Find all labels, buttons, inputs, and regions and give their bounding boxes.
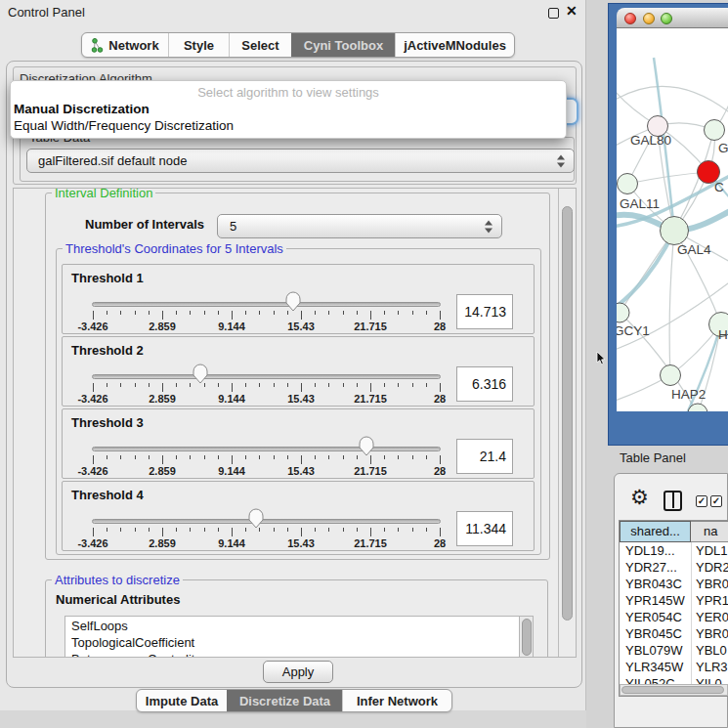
slider-tick [232,311,233,320]
attribute-list-item[interactable]: SelfLoops [71,619,128,633]
tab-select[interactable]: Select [229,33,291,57]
slider-tick [328,528,329,532]
table-row-cell-name[interactable]: YER0 [696,609,728,625]
table-row-cell-name[interactable]: YIL0 [696,675,722,684]
table-row-cell-shared-name[interactable]: YBR043C [625,576,682,592]
tab-label: Style [184,38,214,53]
network-node-ga[interactable] [705,120,725,141]
slider-thumb[interactable] [193,364,208,388]
column-header-name[interactable]: na [691,521,728,542]
network-node-gal4[interactable] [661,217,689,245]
network-edge[interactable] [669,231,674,375]
control-panel-tabbar: NetworkStyleSelectCyni ToolboxjActiveMNo… [81,32,515,58]
threshold-value-field[interactable]: 6.316 [456,366,513,402]
slider-tick-label: 9.144 [218,321,245,332]
slider-track[interactable] [92,374,441,379]
table-row-cell-shared-name[interactable]: YDR27... [625,559,677,576]
minimize-traffic-light[interactable] [643,13,655,24]
tab-cyni-toolbox[interactable]: Cyni Toolbox [291,33,395,57]
slider-thumb[interactable] [248,508,264,533]
tab-network[interactable]: Network [82,33,168,57]
slider-tick [328,455,329,459]
slider-tick [357,383,358,387]
slider-tick [287,455,288,459]
table-row-cell-shared-name[interactable]: YBR045C [625,625,682,642]
tab-impute-data[interactable]: Impute Data [137,690,227,711]
tab-jactivemnodules[interactable]: jActiveMNodules [395,33,514,57]
threshold-value-field[interactable]: 14.713 [456,294,513,329]
checked-checkbox-icon[interactable]: ✓ [696,495,707,507]
network-node-label: H [718,327,728,342]
slider-tick [176,455,177,459]
algorithm-option-manual[interactable]: Manual Discretization [14,102,150,116]
slider-track[interactable] [92,447,441,451]
slider-tick [398,383,399,387]
close-icon[interactable]: ✕ [566,3,578,19]
slider-tick [93,455,94,464]
slider-tick-label: 2.859 [149,537,176,549]
scrollbar-thumb[interactable] [562,206,573,621]
scrollbar-thumb[interactable] [522,619,532,656]
slider-tick [398,455,399,459]
table-horizontal-scrollbar[interactable] [620,684,728,696]
attributes-list-scrollbar[interactable] [519,616,534,658]
network-canvas[interactable]: GAL80GACGAL11GAL4GCY1HHAP2 [617,28,728,411]
slider-track[interactable] [92,519,441,524]
table-row-cell-shared-name[interactable]: YPR145W [625,592,685,609]
table-row-cell-name[interactable]: YBR0 [696,625,728,642]
table-row-cell-name[interactable]: YDL1 [696,542,728,559]
network-window-titlebar[interactable] [617,8,728,28]
slider-track[interactable] [92,302,441,307]
table-row-cell-name[interactable]: YLR3 [696,659,728,675]
slider-tick [93,528,94,536]
slider-thumb[interactable] [285,291,301,316]
apply-button[interactable]: Apply [263,661,333,683]
slider-thumb[interactable] [359,436,374,460]
slider-tick [149,528,150,532]
gear-icon[interactable]: ⚙ [630,487,649,508]
table-row-cell-shared-name[interactable]: YBL079W [625,642,683,659]
slider-tick [120,455,121,459]
threshold-value-field[interactable]: 21.4 [456,439,513,474]
table-row-cell-name[interactable]: YBR0 [696,576,728,592]
network-node-gal11[interactable] [618,174,638,194]
network-node-hap2[interactable] [661,365,681,386]
table-row-cell-name[interactable]: YBL0 [696,642,727,659]
threshold-label: Threshold 1 [71,271,144,285]
table-row-cell-shared-name[interactable]: YIL052C [625,675,675,684]
algorithm-option-equal-width[interactable]: Equal Width/Frequency Discretization [14,118,234,133]
float-window-icon[interactable] [548,8,559,19]
scrollbar-thumb[interactable] [621,686,724,694]
tab-label: jActiveMNodules [404,38,506,53]
zoom-traffic-light[interactable] [661,13,672,24]
table-row-cell-name[interactable]: YDR2 [696,559,728,576]
slider-tick [370,311,371,320]
table-data-combo[interactable]: galFiltered.sif default node [26,149,575,173]
column-header-shared-name[interactable]: shared... [620,521,691,542]
attribute-list-item[interactable]: BetweennessCentrality [71,652,201,658]
table-row-cell-name[interactable]: YPR1 [696,592,728,609]
tab-discretize-data[interactable]: Discretize Data [227,690,342,711]
table-row-cell-shared-name[interactable]: YER054C [625,609,682,625]
tab-infer-network[interactable]: Infer Network [342,690,451,711]
tab-style[interactable]: Style [168,33,229,57]
checked-checkbox-icon[interactable]: ✓ [710,495,722,507]
threshold-row: Threshold 4-3.4262.8599.14415.4321.71528… [62,481,535,551]
attribute-list-item[interactable]: TopologicalCoefficient [71,635,194,650]
settings-vertical-scrollbar[interactable] [558,189,577,658]
slider-tick [190,528,191,532]
close-traffic-light[interactable] [624,13,636,24]
slider-tick-label: -3.426 [77,393,107,405]
tab-label: Infer Network [357,694,438,708]
network-edge[interactable] [617,86,728,114]
split-columns-icon[interactable] [664,491,682,511]
slider-tick [135,311,136,315]
network-graph-icon [91,38,104,53]
table-row-cell-shared-name[interactable]: YDL19... [625,542,675,559]
threshold-value-field[interactable]: 11.344 [456,511,513,546]
number-of-intervals-combo[interactable]: 5 [217,214,502,238]
slider-tick [259,383,260,387]
slider-tick-label: -3.426 [77,465,107,477]
slider-tick-label: 15.43 [287,321,315,332]
table-row-cell-shared-name[interactable]: YLR345W [625,659,683,675]
